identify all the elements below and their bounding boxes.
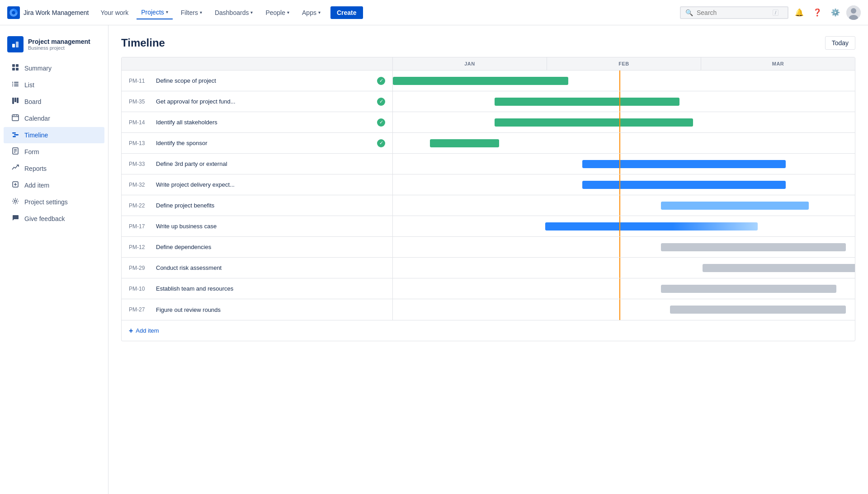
search-box[interactable]: 🔍 /: [680, 6, 788, 19]
sidebar-item-reports[interactable]: Reports: [4, 160, 104, 177]
gantt-bar[interactable]: [661, 285, 836, 293]
search-input[interactable]: [697, 9, 769, 16]
sidebar-item-form[interactable]: Form: [4, 144, 104, 160]
task-name[interactable]: Get approval for project fund...: [156, 98, 372, 105]
gantt-bar[interactable]: [661, 243, 846, 251]
nav-your-work[interactable]: Your work: [96, 6, 133, 19]
svg-rect-14: [14, 84, 19, 85]
gantt-bar[interactable]: [430, 139, 499, 147]
timeline-row: PM-14 Identify all stakeholders ✓: [122, 112, 855, 133]
timeline-row: PM-10 Establish team and resources: [122, 278, 855, 299]
project-settings-icon: [11, 198, 20, 207]
task-id: PM-13: [129, 140, 151, 146]
nav-people[interactable]: People ▾: [261, 6, 294, 19]
gantt-bar[interactable]: [670, 306, 845, 314]
sidebar-item-label-give-feedback: Give feedback: [24, 215, 65, 222]
today-line: [619, 154, 620, 174]
timeline-icon: [11, 131, 20, 140]
main-header: Timeline Today: [108, 25, 868, 57]
today-button[interactable]: Today: [825, 36, 855, 50]
svg-rect-25: [14, 134, 19, 136]
timeline-row: PM-22 Define project benefits: [122, 195, 855, 216]
svg-rect-15: [12, 85, 13, 86]
task-name[interactable]: Establish team and resources: [156, 285, 385, 292]
today-line: [619, 299, 620, 320]
today-line: [619, 112, 620, 132]
today-line: [619, 237, 620, 257]
timeline-header: JANFEBMAR: [122, 57, 855, 71]
task-name[interactable]: Define project benefits: [156, 202, 385, 209]
task-id: PM-11: [129, 78, 151, 84]
gantt-bar[interactable]: [661, 202, 809, 210]
today-line: [619, 91, 620, 112]
task-status-done-icon: ✓: [377, 98, 385, 106]
gantt-area: [393, 154, 855, 174]
sidebar-item-label-add-item: Add item: [24, 182, 49, 189]
gantt-bar[interactable]: [495, 118, 693, 127]
task-name[interactable]: Identify all stakeholders: [156, 119, 372, 126]
calendar-icon: [11, 114, 20, 123]
gantt-bar[interactable]: [495, 98, 679, 106]
timeline-month-mar: MAR: [701, 57, 855, 70]
today-line: [619, 278, 620, 299]
app-logo[interactable]: Jira Work Management: [7, 6, 89, 19]
nav-dashboards[interactable]: Dashboards ▾: [210, 6, 258, 19]
timeline-add-item[interactable]: + Add item: [122, 320, 855, 341]
app-name: Jira Work Management: [24, 9, 89, 16]
task-name[interactable]: Write up business case: [156, 223, 385, 230]
task-name[interactable]: Define dependencies: [156, 244, 385, 250]
task-name[interactable]: Figure out review rounds: [156, 306, 385, 313]
timeline-row-label: PM-11 Define scope of project ✓: [122, 71, 393, 91]
avatar[interactable]: [846, 5, 861, 20]
gantt-bar[interactable]: [393, 77, 568, 85]
board-icon: [11, 97, 20, 106]
svg-rect-4: [10, 39, 20, 49]
add-icon: +: [129, 327, 133, 335]
gantt-bar[interactable]: [582, 160, 786, 168]
task-name[interactable]: Conduct risk assessment: [156, 264, 385, 271]
svg-point-2: [851, 8, 856, 14]
task-name[interactable]: Identify the sponsor: [156, 140, 372, 146]
task-name[interactable]: Define scope of project: [156, 77, 372, 84]
nav-apps[interactable]: Apps ▾: [297, 6, 325, 19]
sidebar-item-list[interactable]: List: [4, 77, 104, 93]
page-title: Timeline: [121, 37, 165, 49]
apps-chevron-icon: ▾: [318, 10, 321, 15]
timeline-row: PM-12 Define dependencies: [122, 237, 855, 258]
settings-button[interactable]: ⚙️: [828, 5, 843, 20]
sidebar-item-calendar[interactable]: Calendar: [4, 110, 104, 127]
svg-rect-11: [12, 82, 13, 83]
svg-rect-8: [16, 64, 19, 67]
gantt-bar[interactable]: [703, 264, 855, 272]
task-id: PM-35: [129, 99, 151, 105]
sidebar-item-timeline[interactable]: Timeline: [4, 127, 104, 143]
task-name[interactable]: Define 3rd party or external: [156, 160, 385, 167]
timeline-row: PM-32 Write project delivery expect...: [122, 174, 855, 195]
task-id: PM-10: [129, 286, 151, 292]
timeline-rows: PM-11 Define scope of project ✓ PM-35 Ge…: [122, 71, 855, 320]
gantt-area: [393, 258, 855, 278]
filters-chevron-icon: ▾: [200, 10, 202, 15]
gantt-bar[interactable]: [545, 222, 758, 231]
create-button[interactable]: Create: [330, 6, 363, 19]
sidebar-item-project-settings[interactable]: Project settings: [4, 194, 104, 210]
notifications-button[interactable]: 🔔: [792, 5, 807, 20]
svg-point-34: [14, 200, 17, 202]
sidebar-item-give-feedback[interactable]: Give feedback: [4, 211, 104, 227]
nav-filters[interactable]: Filters ▾: [176, 6, 207, 19]
gantt-bar[interactable]: [582, 181, 786, 189]
help-button[interactable]: ❓: [810, 5, 825, 20]
task-id: PM-32: [129, 182, 151, 188]
svg-rect-16: [14, 85, 19, 86]
svg-rect-17: [12, 98, 14, 104]
svg-rect-19: [17, 98, 19, 103]
gantt-area: [393, 237, 855, 257]
task-name[interactable]: Write project delivery expect...: [156, 181, 385, 188]
sidebar-item-add-item[interactable]: Add item: [4, 177, 104, 193]
svg-rect-26: [13, 136, 16, 137]
timeline-row-label: PM-29 Conduct risk assessment: [122, 258, 393, 278]
task-id: PM-14: [129, 119, 151, 126]
nav-projects[interactable]: Projects ▾: [137, 6, 173, 19]
sidebar-item-board[interactable]: Board: [4, 94, 104, 110]
sidebar-item-summary[interactable]: Summary: [4, 60, 104, 76]
